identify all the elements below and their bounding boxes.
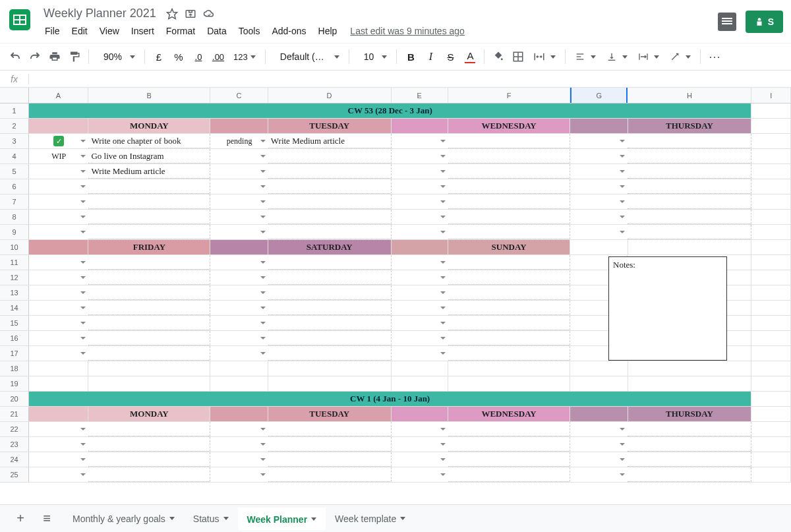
status-cell[interactable] [210, 270, 268, 285]
task-cell[interactable] [88, 179, 210, 194]
status-cell[interactable] [29, 255, 88, 270]
task-cell[interactable] [448, 255, 570, 270]
task-cell[interactable] [448, 452, 570, 467]
status-cell[interactable] [29, 270, 88, 285]
menu-addons[interactable]: Add-ons [266, 23, 311, 39]
status-cell[interactable]: ✓ [29, 134, 88, 148]
dropdown-arrow-icon[interactable] [620, 443, 625, 446]
dropdown-arrow-icon[interactable] [440, 140, 446, 142]
sheet-tab[interactable]: Status [184, 508, 238, 530]
task-cell[interactable] [88, 270, 210, 285]
day-tuesday[interactable]: TUESDAY [268, 119, 392, 133]
menu-format[interactable]: Format [161, 23, 200, 39]
col-header-a[interactable]: A [29, 88, 88, 103]
sheets-logo[interactable] [8, 8, 34, 34]
task-cell[interactable] [448, 149, 570, 163]
row-header[interactable]: 15 [0, 316, 29, 330]
col-header-g[interactable]: G [570, 88, 628, 103]
status-cell[interactable] [210, 301, 268, 315]
cell[interactable] [268, 361, 392, 376]
task-cell[interactable] [448, 179, 570, 194]
dropdown-arrow-icon[interactable] [440, 322, 446, 324]
status-cell[interactable] [29, 452, 88, 467]
status-cell[interactable] [29, 437, 88, 452]
status-cell[interactable] [210, 422, 268, 436]
sheet-tab[interactable]: Monthly & yearly goals [63, 508, 184, 530]
task-cell[interactable] [88, 316, 210, 330]
status-cell[interactable] [392, 255, 448, 270]
row-header[interactable]: 25 [0, 467, 29, 482]
currency-button[interactable]: £ [150, 48, 167, 65]
task-cell[interactable]: Write one chapter of book [88, 134, 210, 148]
dropdown-arrow-icon[interactable] [80, 337, 86, 340]
cell[interactable] [751, 422, 791, 436]
day-tuesday[interactable]: TUESDAY [268, 407, 392, 421]
col-header-c[interactable]: C [210, 88, 268, 103]
status-cell[interactable] [29, 316, 88, 330]
cell[interactable] [751, 316, 791, 330]
dropdown-arrow-icon[interactable] [620, 428, 625, 430]
status-cell[interactable] [392, 422, 448, 436]
rotate-button[interactable] [666, 47, 695, 66]
status-cell[interactable] [392, 301, 448, 315]
dropdown-arrow-icon[interactable] [440, 185, 446, 188]
dropdown-arrow-icon[interactable] [620, 185, 625, 188]
task-cell[interactable] [268, 301, 392, 315]
status-cell[interactable] [29, 194, 88, 209]
task-cell[interactable] [88, 301, 210, 315]
task-cell[interactable] [268, 467, 392, 482]
sheet-tab[interactable]: Week Planner [238, 508, 326, 530]
dropdown-arrow-icon[interactable] [260, 155, 266, 158]
task-cell[interactable] [448, 301, 570, 315]
more-toolbar-icon[interactable]: ⋯ [706, 48, 724, 65]
task-cell[interactable] [448, 285, 570, 300]
col-header-f[interactable]: F [448, 88, 570, 103]
status-cell[interactable] [570, 467, 628, 482]
task-cell[interactable] [268, 346, 392, 361]
day-sunday[interactable]: SUNDAY [448, 240, 570, 254]
status-cell[interactable] [392, 316, 448, 330]
dropdown-arrow-icon[interactable] [260, 140, 266, 142]
paint-format-icon[interactable] [66, 48, 83, 65]
status-cell[interactable] [570, 210, 628, 224]
row-header[interactable]: 4 [0, 149, 29, 163]
task-cell[interactable] [268, 452, 392, 467]
status-cell[interactable] [29, 225, 88, 239]
dropdown-arrow-icon[interactable] [620, 170, 625, 173]
dropdown-arrow-icon[interactable] [80, 155, 86, 158]
cell[interactable] [392, 240, 449, 254]
h-align-button[interactable] [571, 47, 600, 66]
dropdown-arrow-icon[interactable] [620, 140, 625, 142]
status-cell[interactable] [29, 331, 88, 345]
number-format-dropdown[interactable]: 123 [229, 47, 260, 66]
dropdown-arrow-icon[interactable] [260, 473, 266, 476]
task-cell[interactable] [268, 285, 392, 300]
cell[interactable] [751, 467, 791, 482]
status-cell[interactable] [210, 164, 268, 179]
task-cell[interactable] [268, 225, 392, 239]
dropdown-arrow-icon[interactable] [80, 428, 86, 430]
status-cell[interactable] [29, 467, 88, 482]
zoom-dropdown[interactable]: 90% [94, 47, 139, 66]
status-cell[interactable] [392, 285, 448, 300]
row-header[interactable]: 16 [0, 331, 29, 345]
font-dropdown[interactable]: Default (Ari… [271, 47, 343, 66]
task-cell[interactable] [88, 194, 210, 209]
dropdown-arrow-icon[interactable] [260, 216, 266, 218]
row-header[interactable]: 11 [0, 255, 29, 270]
task-cell[interactable] [88, 467, 210, 482]
task-cell[interactable]: Write Medium article [88, 164, 210, 179]
status-cell[interactable] [392, 437, 448, 452]
percent-button[interactable]: % [170, 48, 187, 65]
cell[interactable] [751, 361, 791, 376]
dropdown-arrow-icon[interactable] [80, 231, 86, 233]
cell[interactable] [210, 376, 268, 391]
dropdown-arrow-icon[interactable] [80, 322, 86, 324]
task-cell[interactable] [448, 134, 570, 148]
day-monday[interactable]: MONDAY [88, 407, 210, 421]
status-cell[interactable] [392, 164, 448, 179]
cell[interactable] [88, 361, 210, 376]
dropdown-arrow-icon[interactable] [80, 473, 86, 476]
status-cell[interactable]: WIP [29, 149, 88, 163]
dropdown-arrow-icon[interactable] [440, 307, 446, 309]
